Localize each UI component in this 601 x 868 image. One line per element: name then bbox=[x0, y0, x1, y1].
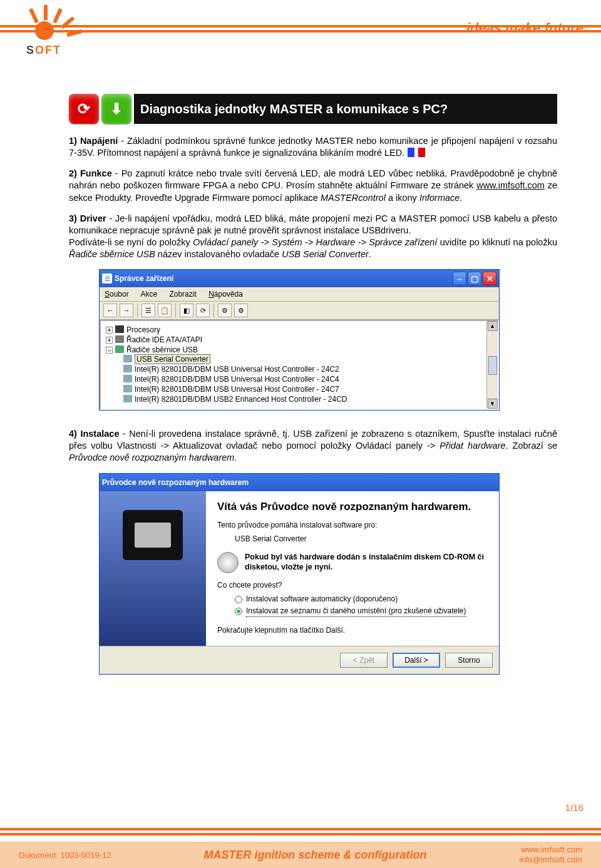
scroll-down-icon[interactable]: ▼ bbox=[488, 399, 498, 409]
radio-option-auto[interactable]: Instalovat software automaticky (doporuč… bbox=[235, 595, 488, 605]
tree-node-usb[interactable]: –Řadiče sběrnice USB USB Serial Converte… bbox=[106, 345, 496, 405]
toolbar-btn[interactable]: ⚙ bbox=[234, 304, 248, 317]
radio-selected-icon[interactable] bbox=[235, 608, 242, 615]
hardware-icon bbox=[123, 510, 183, 560]
back-button[interactable]: < Zpět bbox=[340, 653, 388, 668]
cancel-button[interactable]: Storno bbox=[445, 653, 493, 668]
footer-band: Dokument: 1003-0019-12 MASTER ignition s… bbox=[0, 842, 601, 868]
wizard-cd-text: Pokud byl váš hardware dodán s instalačn… bbox=[245, 552, 488, 573]
close-button[interactable]: ✕ bbox=[483, 272, 496, 285]
toolbar-btn[interactable]: ◧ bbox=[180, 304, 193, 317]
led-blue-icon bbox=[408, 148, 414, 157]
refresh-icon: ⟳ bbox=[69, 94, 99, 124]
paragraph-3: 3) Driver - Je-li napájení vpořádku, mod… bbox=[69, 213, 557, 261]
tree-item[interactable]: Intel(R) 82801DB/DBM USB Universal Host … bbox=[123, 384, 496, 394]
tree-item[interactable]: Intel(R) 82801DB/DBM USB2 Enhanced Host … bbox=[123, 394, 496, 404]
window-titlebar[interactable]: Průvodce nově rozpoznaným hardwarem bbox=[100, 474, 499, 491]
document-id: Dokument: 1003-0019-12 bbox=[19, 850, 111, 860]
wizard-window: Průvodce nově rozpoznaným hardwarem Vítá… bbox=[99, 473, 500, 675]
page-title: Diagnostika jednotky MASTER a komunikace… bbox=[134, 94, 557, 124]
tree-item[interactable]: Intel(R) 82801DB/DBM USB Universal Host … bbox=[123, 364, 496, 374]
wizard-device-name: USB Serial Converter bbox=[235, 534, 488, 543]
tagline: ideas make future bbox=[466, 20, 583, 36]
led-red-icon bbox=[418, 148, 425, 157]
minimize-button[interactable]: – bbox=[453, 272, 466, 285]
footer-stripes bbox=[0, 828, 601, 838]
scroll-thumb[interactable] bbox=[488, 356, 497, 375]
radio-option-list[interactable]: Instalovat ze seznamu či daného umístění… bbox=[235, 606, 488, 617]
tree-body: +Procesory +Řadiče IDE ATA/ATAPI –Řadiče… bbox=[100, 320, 499, 410]
footer-title: MASTER ignition scheme & configuration bbox=[111, 849, 519, 862]
wizard-button-row: < Zpět Další > Storno bbox=[100, 646, 499, 674]
wizard-heading: Vítá vás Průvodce nově rozpoznaným hardw… bbox=[217, 500, 488, 513]
window-title: Průvodce nově rozpoznaným hardwarem bbox=[102, 478, 496, 487]
toolbar-btn[interactable]: ☰ bbox=[141, 304, 155, 317]
tree-item-selected[interactable]: USB Serial Converter bbox=[123, 354, 496, 364]
footer-contact: www.imfsoft.com info@imfsoft.com bbox=[519, 845, 582, 864]
toolbar-btn[interactable]: ⚙ bbox=[218, 304, 232, 317]
toolbar-btn[interactable]: ⟳ bbox=[196, 304, 210, 317]
paragraph-2: 2) Funkce - Po zapnutí krátce nebo trval… bbox=[69, 168, 557, 203]
menu-view[interactable]: Zobrazit bbox=[169, 290, 196, 299]
menu-file[interactable]: SSouboroubor bbox=[105, 290, 129, 299]
wizard-continue-text: Pokračujte klepnutím na tlačítko Další. bbox=[217, 626, 488, 635]
scroll-up-icon[interactable]: ▲ bbox=[488, 321, 498, 331]
menu-help[interactable]: Nápověda bbox=[208, 290, 243, 299]
wizard-sidebar-image bbox=[100, 491, 206, 646]
device-manager-window: ☰ Správce zařízení – ▢ ✕ SSouboroubor Ak… bbox=[99, 269, 500, 411]
next-button[interactable]: Další > bbox=[393, 653, 440, 668]
window-titlebar[interactable]: ☰ Správce zařízení – ▢ ✕ bbox=[100, 270, 499, 287]
paragraph-1: 1) Napájení - Základní podmínkou správné… bbox=[69, 135, 557, 159]
app-icon: ☰ bbox=[102, 273, 112, 283]
tree-node-cpu[interactable]: +Procesory bbox=[106, 325, 496, 335]
scrollbar[interactable]: ▲ ▼ bbox=[486, 321, 498, 409]
toolbar-btn[interactable]: 📋 bbox=[158, 304, 172, 317]
logo: SOFT bbox=[26, 8, 83, 57]
title-row: ⟳ ⬇ Diagnostika jednotky MASTER a komuni… bbox=[69, 94, 557, 124]
menu-bar[interactable]: SSouboroubor Akce Zobrazit Nápověda bbox=[100, 287, 499, 302]
window-title: Správce zařízení bbox=[115, 274, 451, 283]
toolbar-back-button[interactable]: ← bbox=[103, 304, 117, 317]
cd-icon bbox=[217, 552, 239, 573]
toolbar: ← → ☰ 📋 ◧ ⟳ ⚙ ⚙ bbox=[100, 302, 499, 320]
wizard-question: Co chcete provést? bbox=[217, 581, 488, 590]
tree-node-ide[interactable]: +Řadiče IDE ATA/ATAPI bbox=[106, 335, 496, 345]
menu-action[interactable]: Akce bbox=[140, 290, 157, 299]
radio-icon[interactable] bbox=[235, 596, 242, 603]
maximize-button[interactable]: ▢ bbox=[468, 272, 481, 285]
paragraph-4: 4) Instalace - Není-li provedena instala… bbox=[69, 428, 557, 464]
download-icon: ⬇ bbox=[101, 94, 131, 124]
toolbar-forward-button[interactable]: → bbox=[120, 304, 133, 317]
tree-item[interactable]: Intel(R) 82801DB/DBM USB Universal Host … bbox=[123, 374, 496, 384]
wizard-subtext: Tento průvodce pomáhá instalovat softwar… bbox=[217, 521, 488, 529]
page-number: 1/16 bbox=[565, 802, 583, 813]
